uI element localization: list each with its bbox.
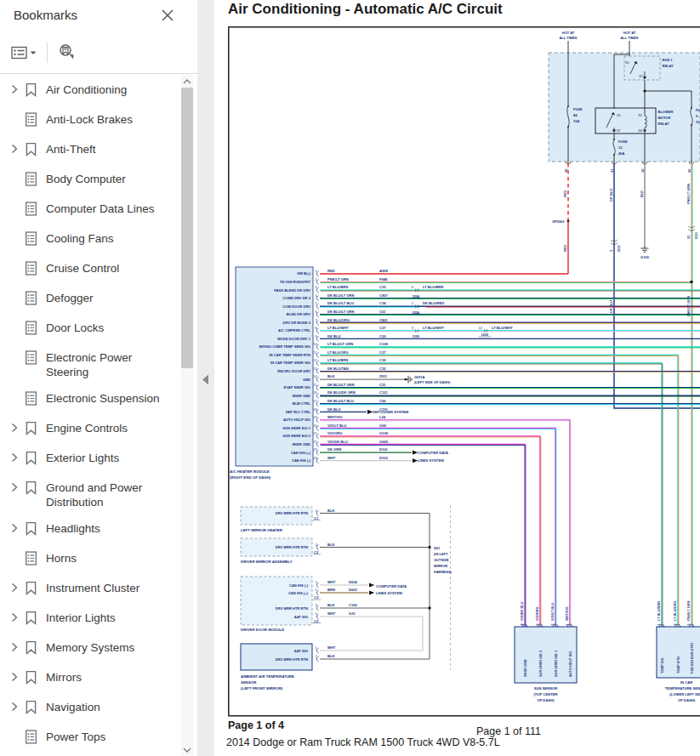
svg-text:BLK: BLK	[327, 603, 334, 607]
expand-chevron-icon[interactable]	[7, 451, 24, 465]
bookmark-item-body-computer[interactable]: Body Computer	[0, 166, 175, 196]
svg-text:2: 2	[551, 623, 555, 625]
svg-text:Z911: Z911	[379, 374, 388, 378]
bookmark-item-electronic-power-steering[interactable]: Electronic Power Steering	[0, 344, 175, 385]
bookmark-item-computer-data-lines[interactable]: Computer Data Lines	[0, 196, 175, 225]
expand-chevron-icon[interactable]	[7, 640, 24, 655]
svg-text:DRIVER MIRROR ASSEMBLY: DRIVER MIRROR ASSEMBLY	[241, 560, 293, 564]
expand-current-bookmark-icon	[57, 43, 77, 63]
bookmark-item-power-tops[interactable]: Power Tops	[0, 724, 175, 753]
svg-text:(LEFT SIDE OF DASH): (LEFT SIDE OF DASH)	[414, 380, 451, 384]
bookmark-options-button[interactable]	[9, 43, 39, 63]
bookmark-item-label: Interior Lights	[44, 611, 116, 625]
bookmark-item-label: Instrument Cluster	[44, 581, 139, 595]
svg-text:RUN 1: RUN 1	[663, 58, 674, 62]
svg-text:DEF RLY CTRL: DEF RLY CTRL	[286, 410, 311, 414]
bookmark-item-air-conditioning[interactable]: Air Conditioning	[0, 77, 175, 106]
svg-text:3: 3	[315, 543, 316, 547]
svg-text:LT BLU/WHT: LT BLU/WHT	[327, 326, 349, 330]
bookmark-item-memory-systems[interactable]: Memory Systems	[0, 634, 175, 664]
chevron-placeholder	[7, 730, 24, 744]
svg-text:DRV MRR HTR RTN: DRV MRR HTR RTN	[276, 657, 308, 662]
bookmark-item-label: Memory Systems	[44, 640, 134, 655]
svg-text:MIXING CHBR TEMP SENS SIG: MIXING CHBR TEMP SENS SIG	[259, 344, 310, 349]
bookmark-item-electronic-suspension[interactable]: Electronic Suspension	[0, 385, 175, 415]
bookmark-icon	[24, 611, 44, 628]
expand-chevron-icon[interactable]	[7, 82, 24, 97]
bookmark-item-anti-theft[interactable]: Anti-Theft	[0, 136, 175, 166]
scroll-down-arrow-icon	[183, 747, 191, 753]
svg-text:LT BLU/LT GRN: LT BLU/LT GRN	[327, 342, 353, 346]
panel-collapse-handle[interactable]	[197, 0, 214, 756]
svg-text:22: 22	[313, 441, 316, 444]
svg-text:IN CAR TEMP SNSR SIG: IN CAR TEMP SNSR SIG	[270, 361, 310, 365]
svg-text:SNSR GND: SNSR GND	[292, 394, 310, 398]
svg-text:DRIVER DOOR MODULE: DRIVER DOOR MODULE	[241, 628, 284, 632]
bookmark-item-door-locks[interactable]: Door Locks	[0, 315, 175, 344]
svg-text:COM DOOR DRV: COM DOOR DRV	[282, 304, 310, 309]
expand-chevron-icon[interactable]	[7, 670, 24, 685]
svg-text:36: 36	[564, 168, 568, 173]
bookmark-item-mirrors[interactable]: Mirrors	[0, 664, 175, 694]
svg-text:C33: C33	[379, 285, 386, 289]
svg-text:TEMP RTN: TEMP RTN	[676, 657, 680, 674]
expand-chevron-icon[interactable]	[7, 480, 24, 495]
svg-text:RELAY: RELAY	[658, 122, 670, 126]
bookmark-item-label: Cruise Control	[44, 261, 119, 276]
scroll-up-button[interactable]	[181, 75, 193, 88]
bookmark-item-anti-lock-brakes[interactable]: Anti-Lock Brakes	[0, 106, 175, 136]
bookmark-item-label: Body Computer	[44, 172, 126, 186]
bookmark-item-horns[interactable]: Horns	[0, 545, 175, 575]
svg-text:SUN SNSR SIG 1: SUN SNSR SIG 1	[554, 650, 558, 677]
chevron-placeholder	[7, 112, 24, 127]
page-title: Air Conditioning - Automatic A/C Circuit	[228, 1, 503, 18]
bookmark-item-exterior-lights[interactable]: Exterior Lights	[0, 445, 175, 475]
svg-text:C66: C66	[379, 399, 386, 403]
bookmark-options-icon	[10, 44, 29, 61]
scrollbar-thumb[interactable]	[181, 88, 193, 368]
expand-chevron-icon[interactable]	[7, 581, 24, 595]
document-page-count: Page 1 of 111	[476, 725, 541, 737]
mirror-circuits: S01(IN LEFTOUTSIDEMIRRORHARNESS)2DRV MRR…	[241, 505, 452, 691]
svg-text:I32A: I32A	[413, 294, 420, 298]
expand-chevron-icon[interactable]	[7, 521, 24, 536]
svg-text:6: 6	[412, 285, 414, 289]
svg-text:SENSOR: SENSOR	[241, 680, 257, 685]
svg-text:G105: G105	[640, 255, 650, 259]
bookmark-item-navigation[interactable]: Navigation	[0, 694, 175, 724]
svg-text:1: 1	[315, 270, 316, 273]
bookmark-item-ground-and-power-distribution[interactable]: Ground and Power Distribution	[0, 475, 175, 515]
svg-text:VIO/ORG: VIO/ORG	[535, 606, 539, 621]
bookmark-item-cooling-fans[interactable]: Cooling Fans	[0, 225, 175, 255]
svg-text:FSD IGN RUN-STRT: FSD IGN RUN-STRT	[690, 642, 694, 674]
bookmark-item-instrument-cluster[interactable]: Instrument Cluster	[0, 575, 175, 605]
svg-text:CAN IHS (+): CAN IHS (+)	[291, 451, 311, 455]
scroll-down-button[interactable]	[181, 743, 193, 756]
svg-text:LT BLU/WHT: LT BLU/WHT	[423, 326, 444, 330]
svg-text:I310: I310	[617, 245, 621, 252]
svg-text:GND: GND	[303, 378, 310, 382]
bookmark-item-headlights[interactable]: Headlights	[0, 515, 175, 545]
bookmark-item-cruise-control[interactable]: Cruise Control	[0, 255, 175, 285]
page-destination-icon	[24, 112, 44, 130]
svg-text:2: 2	[674, 623, 677, 625]
sidebar-scrollbar[interactable]	[181, 75, 193, 756]
svg-text:5: 5	[315, 612, 316, 616]
svg-text:MODE DOOR DRV 1: MODE DOOR DRV 1	[277, 337, 311, 341]
svg-text:11: 11	[314, 351, 317, 355]
expand-chevron-icon[interactable]	[7, 421, 24, 435]
bookmark-item-defogger[interactable]: Defogger	[0, 285, 175, 315]
expand-current-bookmark-button[interactable]	[55, 41, 79, 65]
bookmarks-panel: Bookmarks	[0, 0, 197, 756]
svg-text:1: 1	[566, 623, 569, 625]
bookmark-item-engine-controls[interactable]: Engine Controls	[0, 415, 175, 445]
expand-chevron-icon[interactable]	[7, 611, 24, 625]
bookmark-item-label: Electronic Power Steering	[44, 350, 172, 379]
svg-text:ALL TIMES: ALL TIMES	[559, 36, 577, 40]
expand-chevron-icon[interactable]	[7, 142, 24, 156]
svg-text:C121: C121	[379, 390, 389, 395]
page-destination-icon	[24, 350, 44, 368]
bookmark-item-interior-lights[interactable]: Interior Lights	[0, 605, 175, 634]
close-panel-button[interactable]	[160, 8, 175, 23]
expand-chevron-icon[interactable]	[7, 700, 24, 714]
